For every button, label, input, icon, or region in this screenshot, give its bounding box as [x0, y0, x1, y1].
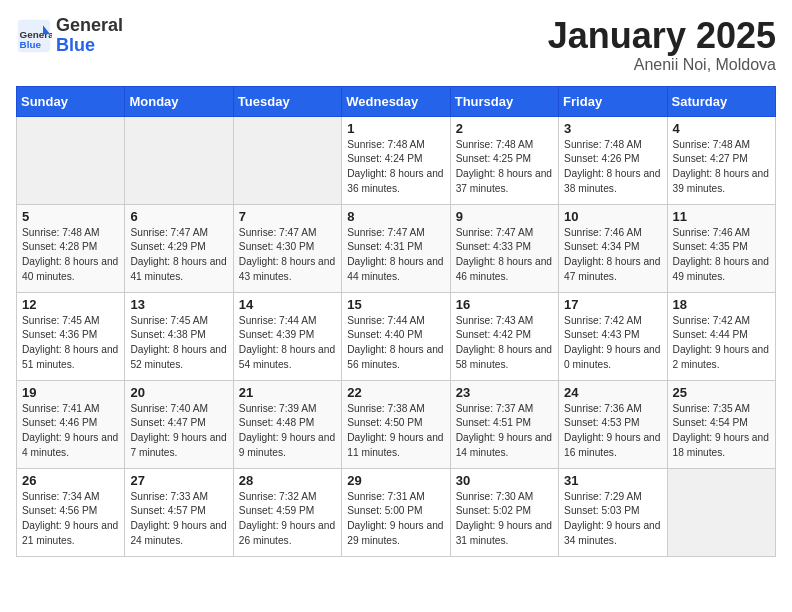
daylight-text: Daylight: 9 hours and 11 minutes.: [347, 432, 443, 458]
daylight-text: Daylight: 8 hours and 36 minutes.: [347, 168, 443, 194]
day-number: 27: [130, 473, 227, 488]
daylight-text: Daylight: 9 hours and 29 minutes.: [347, 520, 443, 546]
cell-content: Sunrise: 7:29 AMSunset: 5:03 PMDaylight:…: [564, 490, 661, 549]
cell-content: Sunrise: 7:41 AMSunset: 4:46 PMDaylight:…: [22, 402, 119, 461]
sunrise-text: Sunrise: 7:48 AM: [673, 139, 751, 150]
daylight-text: Daylight: 8 hours and 44 minutes.: [347, 256, 443, 282]
calendar-cell: 4Sunrise: 7:48 AMSunset: 4:27 PMDaylight…: [667, 116, 775, 204]
cell-content: Sunrise: 7:38 AMSunset: 4:50 PMDaylight:…: [347, 402, 444, 461]
calendar-cell: 20Sunrise: 7:40 AMSunset: 4:47 PMDayligh…: [125, 380, 233, 468]
calendar-week-2: 5Sunrise: 7:48 AMSunset: 4:28 PMDaylight…: [17, 204, 776, 292]
calendar-cell: [667, 468, 775, 556]
daylight-text: Daylight: 8 hours and 54 minutes.: [239, 344, 335, 370]
sunrise-text: Sunrise: 7:44 AM: [239, 315, 317, 326]
sunrise-text: Sunrise: 7:46 AM: [673, 227, 751, 238]
cell-content: Sunrise: 7:48 AMSunset: 4:26 PMDaylight:…: [564, 138, 661, 197]
sunset-text: Sunset: 5:00 PM: [347, 505, 422, 516]
weekday-row: SundayMondayTuesdayWednesdayThursdayFrid…: [17, 86, 776, 116]
cell-content: Sunrise: 7:36 AMSunset: 4:53 PMDaylight:…: [564, 402, 661, 461]
sunset-text: Sunset: 4:53 PM: [564, 417, 639, 428]
day-number: 22: [347, 385, 444, 400]
calendar-cell: 31Sunrise: 7:29 AMSunset: 5:03 PMDayligh…: [559, 468, 667, 556]
calendar-table: SundayMondayTuesdayWednesdayThursdayFrid…: [16, 86, 776, 557]
sunrise-text: Sunrise: 7:32 AM: [239, 491, 317, 502]
sunset-text: Sunset: 4:30 PM: [239, 241, 314, 252]
cell-content: Sunrise: 7:47 AMSunset: 4:33 PMDaylight:…: [456, 226, 553, 285]
daylight-text: Daylight: 9 hours and 16 minutes.: [564, 432, 660, 458]
calendar-cell: 27Sunrise: 7:33 AMSunset: 4:57 PMDayligh…: [125, 468, 233, 556]
cell-content: Sunrise: 7:48 AMSunset: 4:27 PMDaylight:…: [673, 138, 770, 197]
day-number: 29: [347, 473, 444, 488]
daylight-text: Daylight: 8 hours and 40 minutes.: [22, 256, 118, 282]
day-number: 9: [456, 209, 553, 224]
cell-content: Sunrise: 7:37 AMSunset: 4:51 PMDaylight:…: [456, 402, 553, 461]
calendar-cell: 30Sunrise: 7:30 AMSunset: 5:02 PMDayligh…: [450, 468, 558, 556]
day-number: 31: [564, 473, 661, 488]
calendar-cell: 6Sunrise: 7:47 AMSunset: 4:29 PMDaylight…: [125, 204, 233, 292]
sunrise-text: Sunrise: 7:43 AM: [456, 315, 534, 326]
daylight-text: Daylight: 9 hours and 0 minutes.: [564, 344, 660, 370]
calendar-cell: 15Sunrise: 7:44 AMSunset: 4:40 PMDayligh…: [342, 292, 450, 380]
daylight-text: Daylight: 9 hours and 18 minutes.: [673, 432, 769, 458]
sunset-text: Sunset: 4:56 PM: [22, 505, 97, 516]
day-number: 5: [22, 209, 119, 224]
sunrise-text: Sunrise: 7:38 AM: [347, 403, 425, 414]
cell-content: Sunrise: 7:31 AMSunset: 5:00 PMDaylight:…: [347, 490, 444, 549]
cell-content: Sunrise: 7:42 AMSunset: 4:44 PMDaylight:…: [673, 314, 770, 373]
calendar-cell: 14Sunrise: 7:44 AMSunset: 4:39 PMDayligh…: [233, 292, 341, 380]
calendar-cell: 5Sunrise: 7:48 AMSunset: 4:28 PMDaylight…: [17, 204, 125, 292]
calendar-week-4: 19Sunrise: 7:41 AMSunset: 4:46 PMDayligh…: [17, 380, 776, 468]
calendar-cell: 21Sunrise: 7:39 AMSunset: 4:48 PMDayligh…: [233, 380, 341, 468]
sunset-text: Sunset: 4:34 PM: [564, 241, 639, 252]
daylight-text: Daylight: 8 hours and 39 minutes.: [673, 168, 769, 194]
cell-content: Sunrise: 7:43 AMSunset: 4:42 PMDaylight:…: [456, 314, 553, 373]
sunset-text: Sunset: 4:27 PM: [673, 153, 748, 164]
sunrise-text: Sunrise: 7:30 AM: [456, 491, 534, 502]
day-number: 16: [456, 297, 553, 312]
day-number: 13: [130, 297, 227, 312]
calendar-cell: 26Sunrise: 7:34 AMSunset: 4:56 PMDayligh…: [17, 468, 125, 556]
sunset-text: Sunset: 4:25 PM: [456, 153, 531, 164]
day-number: 24: [564, 385, 661, 400]
calendar-week-5: 26Sunrise: 7:34 AMSunset: 4:56 PMDayligh…: [17, 468, 776, 556]
page-header: General Blue General Blue January 2025 A…: [16, 16, 776, 74]
logo: General Blue General Blue: [16, 16, 123, 56]
calendar-cell: 7Sunrise: 7:47 AMSunset: 4:30 PMDaylight…: [233, 204, 341, 292]
svg-text:Blue: Blue: [20, 38, 42, 49]
cell-content: Sunrise: 7:46 AMSunset: 4:34 PMDaylight:…: [564, 226, 661, 285]
cell-content: Sunrise: 7:32 AMSunset: 4:59 PMDaylight:…: [239, 490, 336, 549]
cell-content: Sunrise: 7:45 AMSunset: 4:38 PMDaylight:…: [130, 314, 227, 373]
daylight-text: Daylight: 8 hours and 46 minutes.: [456, 256, 552, 282]
daylight-text: Daylight: 9 hours and 14 minutes.: [456, 432, 552, 458]
sunrise-text: Sunrise: 7:42 AM: [564, 315, 642, 326]
day-number: 28: [239, 473, 336, 488]
weekday-header-thursday: Thursday: [450, 86, 558, 116]
sunrise-text: Sunrise: 7:48 AM: [347, 139, 425, 150]
calendar-cell: 9Sunrise: 7:47 AMSunset: 4:33 PMDaylight…: [450, 204, 558, 292]
weekday-header-sunday: Sunday: [17, 86, 125, 116]
calendar-cell: 28Sunrise: 7:32 AMSunset: 4:59 PMDayligh…: [233, 468, 341, 556]
calendar-cell: 16Sunrise: 7:43 AMSunset: 4:42 PMDayligh…: [450, 292, 558, 380]
sunrise-text: Sunrise: 7:47 AM: [130, 227, 208, 238]
cell-content: Sunrise: 7:48 AMSunset: 4:25 PMDaylight:…: [456, 138, 553, 197]
sunset-text: Sunset: 4:36 PM: [22, 329, 97, 340]
cell-content: Sunrise: 7:30 AMSunset: 5:02 PMDaylight:…: [456, 490, 553, 549]
sunrise-text: Sunrise: 7:40 AM: [130, 403, 208, 414]
calendar-body: 1Sunrise: 7:48 AMSunset: 4:24 PMDaylight…: [17, 116, 776, 556]
cell-content: Sunrise: 7:46 AMSunset: 4:35 PMDaylight:…: [673, 226, 770, 285]
sunset-text: Sunset: 5:03 PM: [564, 505, 639, 516]
sunrise-text: Sunrise: 7:29 AM: [564, 491, 642, 502]
daylight-text: Daylight: 9 hours and 34 minutes.: [564, 520, 660, 546]
sunset-text: Sunset: 4:31 PM: [347, 241, 422, 252]
day-number: 11: [673, 209, 770, 224]
sunrise-text: Sunrise: 7:45 AM: [130, 315, 208, 326]
calendar-cell: [125, 116, 233, 204]
calendar-cell: 23Sunrise: 7:37 AMSunset: 4:51 PMDayligh…: [450, 380, 558, 468]
logo-blue-text: Blue: [56, 35, 95, 55]
sunset-text: Sunset: 4:48 PM: [239, 417, 314, 428]
weekday-header-monday: Monday: [125, 86, 233, 116]
cell-content: Sunrise: 7:42 AMSunset: 4:43 PMDaylight:…: [564, 314, 661, 373]
title-block: January 2025 Anenii Noi, Moldova: [548, 16, 776, 74]
calendar-week-1: 1Sunrise: 7:48 AMSunset: 4:24 PMDaylight…: [17, 116, 776, 204]
sunrise-text: Sunrise: 7:47 AM: [456, 227, 534, 238]
